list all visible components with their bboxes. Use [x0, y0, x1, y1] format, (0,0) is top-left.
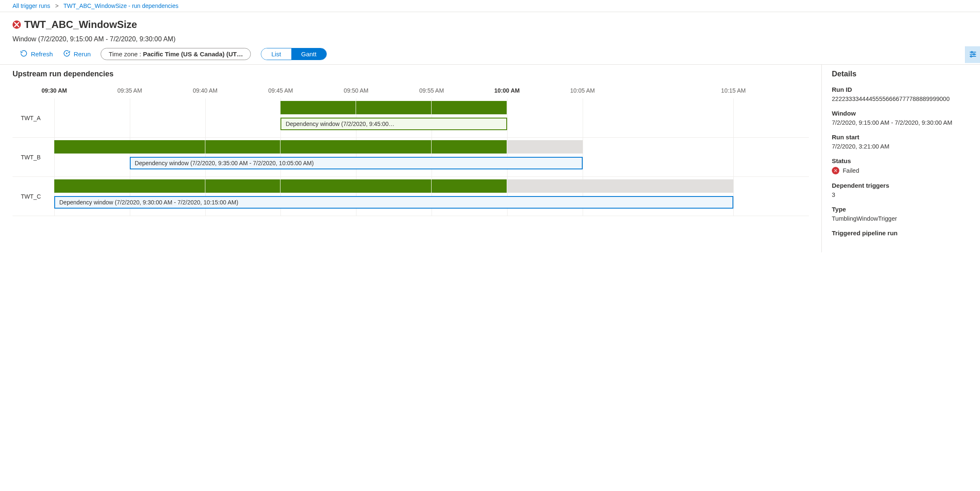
- gantt-bar[interactable]: [280, 101, 507, 114]
- settings-button[interactable]: [965, 46, 980, 63]
- svg-point-1: [971, 51, 972, 53]
- status-value: Failed: [843, 167, 859, 174]
- dependency-window[interactable]: Dependency window (7/2/2020, 9:35:00 AM …: [130, 157, 583, 169]
- dependent-triggers-label: Dependent triggers: [832, 182, 970, 189]
- gantt-row: TWT_BDependency window (7/2/2020, 9:35:0…: [13, 138, 809, 177]
- dependency-window[interactable]: Dependency window (7/2/2020, 9:30:00 AM …: [54, 196, 733, 209]
- run-id-label: Run ID: [832, 86, 970, 93]
- refresh-label: Refresh: [31, 50, 53, 58]
- svg-point-5: [970, 55, 972, 57]
- gantt-row-plot: Dependency window (7/2/2020, 9:30:00 AM …: [54, 177, 809, 216]
- window-value: 7/2/2020, 9:15:00 AM - 7/2/2020, 9:30:00…: [832, 119, 970, 126]
- gantt-row-label: TWT_B: [13, 138, 54, 176]
- refresh-button[interactable]: Refresh: [20, 49, 53, 59]
- gantt-bar-segment: [205, 140, 281, 154]
- gantt-bar-segment: [432, 179, 507, 193]
- toolbar: Refresh Rerun Time zone : Pacific Time (…: [0, 48, 980, 64]
- dependent-triggers-value: 3: [832, 191, 970, 198]
- triggered-pipeline-run-label: Triggered pipeline run: [832, 229, 970, 237]
- gantt-tick-label: 10:05 AM: [570, 87, 595, 94]
- gantt-bar-segment: [507, 140, 583, 154]
- gantt-bar-segment: [205, 179, 281, 193]
- gantt-bar-segment: [356, 101, 432, 114]
- gantt-bar-segment: [54, 179, 205, 193]
- rerun-label: Rerun: [74, 50, 91, 58]
- gantt-tick-label: 09:40 AM: [193, 87, 217, 94]
- gantt-tick-label: 10:15 AM: [721, 87, 746, 94]
- breadcrumb: All trigger runs > TWT_ABC_WindowSize - …: [0, 0, 980, 12]
- rerun-icon: [63, 50, 71, 58]
- timezone-value: Pacific Time (US & Canada) (UT…: [143, 50, 243, 58]
- gantt-row-plot: Dependency window (7/2/2020, 9:45:00…: [54, 98, 809, 137]
- sliders-icon: [969, 50, 977, 60]
- gantt-tick-label: 09:30 AM: [42, 87, 67, 94]
- gantt-tick-label: 09:45 AM: [268, 87, 293, 94]
- window-label: Window: [832, 110, 970, 117]
- type-label: Type: [832, 206, 970, 213]
- gantt-tick-label: 09:35 AM: [117, 87, 142, 94]
- gantt-bar-segment: [432, 140, 507, 154]
- gantt-chart: 09:30 AM09:35 AM09:40 AM09:45 AM09:50 AM…: [13, 84, 809, 216]
- type-value: TumblingWindowTrigger: [832, 215, 970, 222]
- page-title: TWT_ABC_WindowSize: [24, 19, 137, 30]
- gantt-tick-label: 10:00 AM: [494, 87, 520, 94]
- view-toggle-list[interactable]: List: [261, 48, 291, 60]
- gantt-bar[interactable]: [54, 179, 733, 193]
- gantt-bar-segment: [280, 140, 432, 154]
- gantt-row-label: TWT_A: [13, 98, 54, 137]
- svg-point-3: [973, 53, 974, 55]
- gantt-bar-segment: [280, 179, 432, 193]
- breadcrumb-current-link[interactable]: TWT_ABC_WindowSize - run dependencies: [63, 3, 178, 9]
- refresh-icon: [20, 50, 28, 58]
- run-start-label: Run start: [832, 133, 970, 141]
- gantt-row-plot: Dependency window (7/2/2020, 9:35:00 AM …: [54, 138, 809, 176]
- timezone-selector[interactable]: Time zone : Pacific Time (US & Canada) (…: [101, 48, 251, 60]
- status-label: Status: [832, 157, 970, 164]
- gantt-tick-label: 09:55 AM: [419, 87, 444, 94]
- breadcrumb-root-link[interactable]: All trigger runs: [13, 3, 50, 9]
- status-failed-icon: [832, 167, 839, 174]
- dependency-window[interactable]: Dependency window (7/2/2020, 9:45:00…: [280, 118, 507, 130]
- gantt-bar-segment: [280, 101, 356, 114]
- gantt-bar-segment: [507, 179, 733, 193]
- upstream-dependencies-title: Upstream run dependencies: [13, 70, 809, 78]
- timezone-label: Time zone :: [109, 50, 143, 58]
- run-id-value: 22223333444455556666777788889999000: [832, 96, 970, 102]
- gantt-row: TWT_ADependency window (7/2/2020, 9:45:0…: [13, 98, 809, 138]
- breadcrumb-separator: >: [55, 3, 58, 9]
- gantt-bar-segment: [432, 101, 507, 114]
- run-start-value: 7/2/2020, 3:21:00 AM: [832, 143, 970, 150]
- gantt-row: TWT_CDependency window (7/2/2020, 9:30:0…: [13, 177, 809, 216]
- gantt-bar[interactable]: [54, 140, 583, 154]
- view-toggle: List Gantt: [261, 48, 327, 60]
- gantt-bar-segment: [54, 140, 205, 154]
- gantt-row-label: TWT_C: [13, 177, 54, 216]
- status-error-icon: [13, 20, 21, 29]
- view-toggle-gantt[interactable]: Gantt: [291, 48, 327, 60]
- details-title: Details: [832, 70, 970, 78]
- rerun-button[interactable]: Rerun: [63, 49, 91, 59]
- details-panel: Details Run ID 2222333344445555666677778…: [821, 65, 980, 252]
- window-subtitle: Window (7/2/2020, 9:15:00 AM - 7/2/2020,…: [13, 30, 967, 48]
- gantt-tick-label: 09:50 AM: [344, 87, 369, 94]
